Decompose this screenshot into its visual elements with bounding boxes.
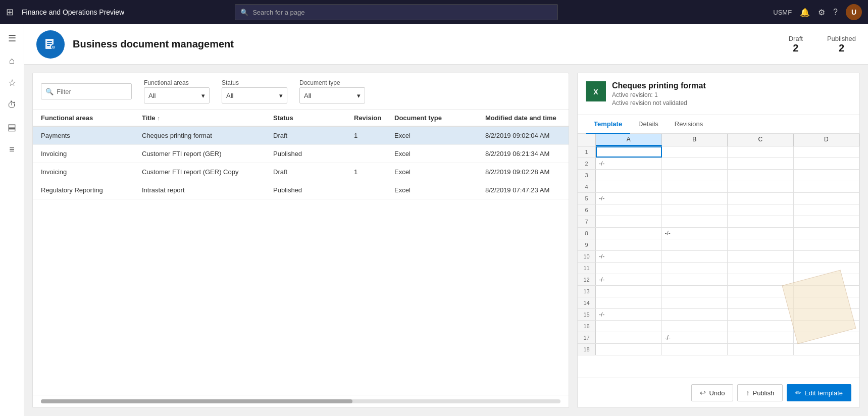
functional-areas-filter: Functional areas All ▾ — [144, 79, 210, 103]
col-status: Status — [273, 114, 354, 122]
table-row[interactable]: Invoicing Customer FTI report (GER) Copy… — [33, 163, 569, 181]
svg-rect-3 — [47, 45, 50, 46]
spreadsheet-preview: A B C D 1 2-/- 3 4 5-/- 6 7 8-/- — [578, 134, 859, 378]
svg-rect-2 — [47, 43, 52, 44]
page-stats: Draft 2 Published 2 — [789, 35, 856, 54]
svg-rect-1 — [47, 41, 52, 42]
stat-draft: Draft 2 — [789, 35, 803, 54]
svg-text:X: X — [593, 88, 598, 96]
tab-template[interactable]: Template — [586, 115, 630, 134]
sidebar-icon-home[interactable]: ⌂ — [2, 50, 22, 71]
list-item: 6 — [578, 204, 859, 216]
document-type-select[interactable]: All ▾ — [299, 87, 365, 103]
list-item: 9 — [578, 239, 859, 251]
sort-asc-icon: ↑ — [158, 115, 161, 121]
status-filter: Status All ▾ — [222, 79, 287, 103]
document-type-label: Document type — [299, 79, 365, 86]
detail-header: X Cheques printing format Active revisio… — [578, 73, 859, 115]
main-area: B Business document management Draft 2 P… — [24, 24, 868, 416]
list-item: 4 — [578, 181, 859, 193]
detail-tabs: Template Details Revisions — [578, 115, 859, 134]
list-item: 11 — [578, 263, 859, 274]
list-item: 2-/- — [578, 158, 859, 170]
table-body: Payments Cheques printing format Draft 1… — [33, 127, 569, 395]
page-icon: B — [36, 30, 65, 59]
table-scrollbar[interactable] — [33, 395, 569, 407]
status-label: Status — [222, 79, 287, 86]
left-sidebar: ☰ ⌂ ☆ ⏱ ▤ ≡ — [0, 24, 24, 416]
document-type-filter: Document type All ▾ — [299, 79, 365, 103]
settings-icon[interactable]: ⚙ — [818, 8, 825, 17]
grid-icon[interactable]: ⊞ — [6, 7, 14, 18]
functional-areas-label: Functional areas — [144, 79, 210, 86]
top-nav: ⊞ Finance and Operations Preview 🔍 Searc… — [0, 0, 868, 24]
table-row[interactable]: Regulatory Reporting Intrastat report Pu… — [33, 181, 569, 199]
chevron-down-icon: ▾ — [201, 92, 205, 99]
list-item: 18 — [578, 344, 859, 355]
list-item: 8-/- — [578, 228, 859, 239]
filter-input-wrap[interactable]: 🔍 — [41, 83, 132, 99]
functional-areas-select[interactable]: All ▾ — [144, 87, 210, 103]
sheet-col-d[interactable]: D — [794, 134, 860, 146]
edit-icon: ✏ — [795, 389, 801, 397]
col-functional-areas: Functional areas — [41, 114, 142, 122]
user-label: USMF — [773, 9, 792, 16]
detail-title: Cheques printing format — [612, 81, 706, 90]
detail-panel: X Cheques printing format Active revisio… — [577, 73, 860, 408]
app-title: Finance and Operations Preview — [22, 8, 124, 16]
col-document-type: Document type — [394, 114, 485, 122]
svg-text:B: B — [52, 45, 55, 49]
sidebar-icon-workspaces[interactable]: ▤ — [2, 117, 22, 137]
sheet-col-b[interactable]: B — [662, 134, 728, 146]
search-icon: 🔍 — [240, 9, 248, 16]
list-item: 3 — [578, 170, 859, 181]
nav-right: USMF 🔔 ⚙ ? U — [773, 4, 862, 20]
publish-icon: ↑ — [746, 389, 749, 397]
list-item: 10-/- — [578, 251, 859, 263]
chevron-down-icon: ▾ — [279, 92, 283, 99]
table-header: Functional areas Title ↑ Status Revision… — [33, 110, 569, 127]
page-title: Business document management — [73, 38, 234, 50]
table-panel: 🔍 Functional areas All ▾ Status All ▾ — [32, 73, 569, 408]
detail-actions: ↩ Undo ↑ Publish ✏ Edit template — [578, 378, 859, 407]
edit-template-button[interactable]: ✏ Edit template — [787, 384, 851, 401]
avatar[interactable]: U — [846, 4, 862, 20]
filter-bar: 🔍 Functional areas All ▾ Status All ▾ — [33, 73, 569, 110]
undo-button[interactable]: ↩ Undo — [691, 384, 733, 401]
undo-icon: ↩ — [700, 389, 706, 397]
sheet-col-headers: A B C D — [578, 134, 859, 146]
search-bar[interactable]: 🔍 Search for a page — [235, 4, 558, 20]
table-row[interactable]: Invoicing Customer FTI report (GER) Publ… — [33, 145, 569, 163]
list-item: 5-/- — [578, 193, 859, 204]
sidebar-icon-favorites[interactable]: ☆ — [2, 73, 22, 93]
content-area: 🔍 Functional areas All ▾ Status All ▾ — [24, 65, 868, 416]
filter-input[interactable] — [57, 88, 127, 95]
sheet-row-num-header — [578, 134, 596, 146]
tab-revisions[interactable]: Revisions — [667, 115, 711, 134]
sidebar-icon-recent[interactable]: ⏱ — [2, 95, 22, 115]
page-header: B Business document management Draft 2 P… — [24, 24, 868, 65]
list-item: 7 — [578, 216, 859, 228]
tab-details[interactable]: Details — [630, 115, 667, 134]
col-modified: Modified date and time — [485, 114, 560, 122]
sheet-rows: 1 2-/- 3 4 5-/- 6 7 8-/- 9 10-/- 11 12-/… — [578, 146, 859, 378]
detail-subtitle1: Active revision: 1 — [612, 91, 706, 98]
excel-icon: X — [586, 81, 606, 101]
chevron-down-icon: ▾ — [357, 92, 361, 99]
col-title[interactable]: Title ↑ — [142, 114, 273, 122]
notification-icon[interactable]: 🔔 — [800, 8, 810, 17]
detail-subtitle2: Active revision not validated — [612, 99, 706, 107]
col-revision: Revision — [354, 114, 394, 122]
publish-button[interactable]: ↑ Publish — [737, 384, 783, 401]
sheet-col-a[interactable]: A — [596, 134, 662, 146]
help-icon[interactable]: ? — [833, 8, 838, 17]
sidebar-icon-modules[interactable]: ≡ — [2, 139, 22, 160]
list-item: 1 — [578, 146, 859, 158]
search-placeholder: Search for a page — [252, 9, 304, 16]
table-row[interactable]: Payments Cheques printing format Draft 1… — [33, 127, 569, 145]
sidebar-icon-menu[interactable]: ☰ — [2, 28, 22, 48]
status-select[interactable]: All ▾ — [222, 87, 287, 103]
sheet-col-c[interactable]: C — [728, 134, 794, 146]
stat-published: Published 2 — [827, 35, 856, 54]
filter-search-icon: 🔍 — [45, 88, 54, 95]
